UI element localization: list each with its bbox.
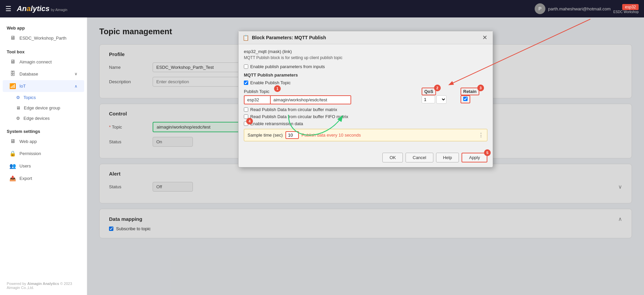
- mqtt-params-label: MQTT Publish parameters: [244, 72, 487, 78]
- enable-topic-row: Enable Publish Topic: [244, 80, 487, 85]
- export-icon: 📤: [9, 175, 16, 182]
- sample-time-hint: Publish data every 10 seconds: [302, 133, 361, 138]
- topic-input-row: [244, 95, 416, 104]
- sidebar-item-edge-device-group[interactable]: 🖥 Edge device group: [3, 103, 84, 113]
- edge-devices-icon: ⚙: [16, 116, 20, 121]
- users-icon: 👥: [9, 163, 16, 169]
- logo: Analytics by Aimagin: [17, 4, 67, 13]
- webapp-icon: 🖥: [9, 35, 16, 41]
- sample-time-label: Sample time (sec): [248, 133, 283, 138]
- sidebar-item-database[interactable]: 🗄 Database ∨: [3, 68, 84, 80]
- footer-sidebar: Powered by Aimagin Analytics © 2023 Aima…: [0, 276, 87, 290]
- edge-devices-label: Edge devices: [23, 116, 50, 121]
- retain-checkbox[interactable]: [463, 97, 468, 101]
- opt1-checkbox[interactable]: [244, 107, 248, 112]
- publish-params-container: Publish Topic 1 Q: [244, 89, 487, 104]
- user-email: parth.maheshwari@hotmail.com: [548, 6, 611, 11]
- permission-label: Permission: [19, 151, 41, 156]
- system-section-label: System settings: [0, 126, 87, 135]
- topics-label: Topics: [23, 95, 36, 100]
- opt2-label: Read Publish Data from circular buffer F…: [250, 114, 348, 119]
- dialog-description: MQTT Publish block is for setting up cli…: [244, 55, 487, 60]
- qos-select[interactable]: [436, 95, 446, 104]
- retain-label: Retain: [461, 88, 479, 95]
- enable-params-checkbox[interactable]: [244, 64, 248, 69]
- workspace-sub: ESDC Workshop: [613, 10, 639, 14]
- badge-1: 1: [274, 85, 281, 92]
- enable-params-label: Enable publish parameters from inputs: [250, 64, 325, 69]
- dialog-footer: OK Cancel Help Apply 5: [238, 150, 493, 167]
- qos-container: QoS 2: [422, 89, 455, 104]
- edge-group-label: Edge device group: [24, 105, 60, 110]
- sidebar-item-iot[interactable]: 📶 IoT ∧: [3, 80, 84, 92]
- badge-2: 2: [434, 85, 441, 91]
- sidebar-item-system-webapp[interactable]: 🖥 Web app: [3, 136, 84, 147]
- sample-time-input[interactable]: [285, 131, 299, 139]
- enable-topic-checkbox[interactable]: [244, 81, 248, 85]
- cancel-button[interactable]: Cancel: [406, 153, 433, 162]
- system-webapp-icon: 🖥: [9, 138, 16, 144]
- avatar: P: [535, 3, 545, 14]
- help-button[interactable]: Help: [436, 153, 459, 162]
- export-label: Export: [19, 176, 32, 181]
- topics-icon: ⚙: [16, 95, 20, 100]
- aimagin-label: Aimagin connect: [19, 59, 52, 64]
- badge-5: 5: [484, 149, 491, 156]
- dialog-body: esp32_mqtt (mask) (link) MQTT Publish bl…: [238, 44, 493, 150]
- sidebar-item-topics[interactable]: ⚙ Topics: [3, 93, 84, 102]
- webapp-section-label: Web app: [0, 23, 87, 32]
- toolbox-section-label: Tool box: [0, 47, 87, 56]
- qos-input[interactable]: [422, 96, 435, 103]
- badge-3: 3: [477, 85, 484, 91]
- topic-prefix-input[interactable]: [244, 95, 271, 104]
- system-webapp-label: Web app: [19, 139, 37, 144]
- ok-button[interactable]: OK: [382, 153, 403, 162]
- dialog-close-button[interactable]: ✕: [481, 34, 489, 41]
- dialog-titlebar: 📋 Block Parameters: MQTT Publish ✕: [238, 31, 493, 44]
- iot-label: IoT: [19, 84, 26, 89]
- dialog-subtitle: esp32_mqtt (mask) (link): [244, 49, 487, 54]
- badge-4: 4: [246, 118, 253, 125]
- apply-button[interactable]: Apply: [462, 153, 487, 162]
- main-content: Topic management Profile Name Descriptio…: [87, 17, 644, 295]
- aimagin-icon: 🖥: [9, 59, 16, 65]
- enable-params-row: Enable publish parameters from inputs: [244, 64, 487, 69]
- sidebar-item-export[interactable]: 📤 Export: [3, 173, 84, 184]
- retain-container: Retain 3: [461, 89, 487, 103]
- sidebar-item-edge-devices[interactable]: ⚙ Edge devices: [3, 113, 84, 123]
- topnav: ☰ Analytics by Aimagin P parth.maheshwar…: [0, 0, 644, 17]
- database-chevron: ∨: [74, 71, 77, 76]
- opt1-label: Read Publish Data from circular buffer m…: [250, 107, 337, 112]
- iot-chevron: ∧: [74, 84, 77, 89]
- webapp-name: ESDC_Workshop_Parth: [19, 36, 66, 41]
- topnav-right: P parth.maheshwari@hotmail.com esp32 ESD…: [535, 3, 639, 14]
- database-icon: 🗄: [9, 71, 16, 77]
- database-label: Database: [19, 71, 38, 77]
- publish-topic-container: Publish Topic 1: [244, 89, 416, 104]
- retain-checkbox-wrap: [461, 95, 470, 103]
- sidebar: Web app 🖥 ESDC_Workshop_Parth Tool box 🖥…: [0, 17, 87, 295]
- publish-topic-label: Publish Topic: [244, 89, 269, 94]
- logo-sub: by Aimagin: [51, 8, 67, 12]
- opt1-row: Read Publish Data from circular buffer m…: [244, 107, 487, 112]
- sample-time-row: Sample time (sec) Publish data every 10 …: [244, 129, 487, 141]
- opt3-label: Enable retransmission data: [250, 121, 303, 126]
- sidebar-item-webapp[interactable]: 🖥 ESDC_Workshop_Parth: [3, 32, 84, 44]
- sample-time-more-icon[interactable]: ⋮: [478, 132, 484, 138]
- sidebar-item-users[interactable]: 👥 Users: [3, 160, 84, 172]
- iot-icon: 📶: [9, 83, 16, 89]
- sidebar-item-aimagin[interactable]: 🖥 Aimagin connect: [3, 56, 84, 67]
- enable-topic-label: Enable Publish Topic: [250, 80, 290, 85]
- edge-group-icon: 🖥: [16, 105, 20, 110]
- opt3-row: 4 Enable retransmission data: [244, 121, 487, 126]
- opt2-row: Read Publish Data from circular buffer F…: [244, 114, 487, 119]
- users-label: Users: [19, 163, 31, 168]
- sidebar-item-permission[interactable]: 🔒 Permission: [3, 148, 84, 159]
- dialog-title-text: Block Parameters: MQTT Publish: [252, 35, 478, 40]
- hamburger-icon[interactable]: ☰: [5, 5, 11, 13]
- modal-overlay: 📋 Block Parameters: MQTT Publish ✕ esp32…: [87, 17, 644, 295]
- workspace-badge[interactable]: esp32: [622, 4, 639, 10]
- dialog: 📋 Block Parameters: MQTT Publish ✕ esp32…: [238, 31, 493, 167]
- permission-icon: 🔒: [9, 150, 16, 157]
- topic-value-input[interactable]: [271, 95, 351, 104]
